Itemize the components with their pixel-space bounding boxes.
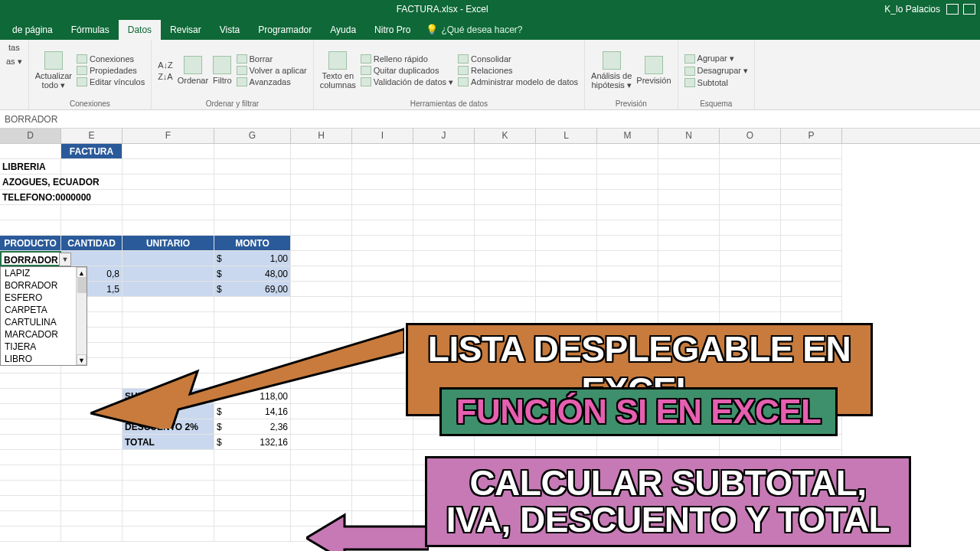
text-to-columns-button[interactable]: Texto en columnas bbox=[320, 51, 356, 90]
bulb-icon: 💡 bbox=[426, 24, 438, 35]
subtotal-icon bbox=[684, 78, 695, 87]
tab-formulas[interactable]: Fórmulas bbox=[62, 20, 119, 40]
group-label-datatools: Herramientas de datos bbox=[320, 98, 578, 108]
td-monto-1[interactable]: $48,00 bbox=[214, 266, 291, 282]
tell-me-search[interactable]: 💡¿Qué desea hacer? bbox=[420, 19, 528, 40]
sort-za-button[interactable]: Z↓A bbox=[158, 72, 173, 81]
col-header-j[interactable]: J bbox=[413, 129, 475, 143]
selected-cell[interactable]: BORRADOR bbox=[0, 251, 61, 266]
edit-links-button[interactable]: Editar vínculos bbox=[77, 77, 145, 86]
total-label: TOTAL bbox=[122, 435, 214, 450]
subtotal-button[interactable]: Subtotal bbox=[684, 78, 749, 87]
col-header-o[interactable]: O bbox=[720, 129, 781, 143]
td-unit-1[interactable] bbox=[122, 266, 214, 282]
total-value: $132,16 bbox=[214, 435, 291, 450]
dd-item-marcador[interactable]: MARCADOR bbox=[1, 328, 87, 341]
filter-button[interactable]: Filtro bbox=[213, 56, 231, 85]
scroll-up-icon[interactable]: ▲ bbox=[77, 267, 87, 278]
group-icon bbox=[684, 54, 695, 64]
col-header-n[interactable]: N bbox=[658, 129, 720, 143]
btn-tas[interactable]: tas bbox=[8, 43, 20, 52]
td-monto-0[interactable]: $1,00 bbox=[214, 251, 291, 266]
consolidate-icon bbox=[458, 54, 469, 64]
reapply-button[interactable]: Volver a aplicar bbox=[237, 66, 307, 75]
funnel-icon bbox=[213, 56, 231, 74]
factura-badge: FACTURA bbox=[61, 144, 122, 159]
whatif-button[interactable]: Análisis de hipótesis ▾ bbox=[591, 51, 632, 90]
company-phone: TELEFONO:0000000 bbox=[0, 190, 61, 205]
group-button[interactable]: Agrupar ▾ bbox=[684, 54, 749, 64]
ungroup-button[interactable]: Desagrupar ▾ bbox=[684, 66, 749, 76]
col-header-l[interactable]: L bbox=[536, 129, 597, 143]
data-model-button[interactable]: Administrar modelo de datos bbox=[458, 77, 578, 86]
td-unit-0[interactable] bbox=[122, 251, 214, 266]
th-unitario: UNITARIO bbox=[122, 236, 214, 251]
consolidate-button[interactable]: Consolidar bbox=[458, 54, 578, 64]
arrow-orange-icon bbox=[90, 321, 404, 429]
maximize-button[interactable] bbox=[963, 4, 975, 15]
tab-nitropro[interactable]: Nitro Pro bbox=[365, 20, 420, 40]
td-unit-2[interactable] bbox=[122, 282, 214, 297]
refresh-all-button[interactable]: Actualizar todo ▾ bbox=[35, 51, 72, 90]
sort-icon bbox=[184, 56, 202, 74]
forecast-button[interactable]: Previsión bbox=[636, 56, 671, 85]
td-monto-2[interactable]: $69,00 bbox=[214, 282, 291, 297]
th-cantidad: CANTIDAD bbox=[61, 236, 122, 251]
tab-pagelayout[interactable]: de página bbox=[3, 20, 62, 40]
tab-view[interactable]: Vista bbox=[211, 20, 249, 40]
flash-fill-button[interactable]: Relleno rápido bbox=[361, 54, 453, 64]
dd-item-cartulina[interactable]: CARTULINA bbox=[1, 316, 87, 328]
dd-item-lapiz[interactable]: LAPIZ bbox=[1, 267, 87, 279]
col-header-e[interactable]: E bbox=[61, 129, 122, 143]
scroll-thumb[interactable] bbox=[77, 278, 87, 293]
sort-button[interactable]: Ordenar bbox=[178, 56, 208, 85]
formula-bar[interactable]: BORRADOR bbox=[0, 110, 980, 129]
col-header-i[interactable]: I bbox=[352, 129, 413, 143]
th-producto: PRODUCTO bbox=[0, 236, 61, 251]
dd-item-borrador[interactable]: BORRADOR bbox=[1, 279, 87, 292]
scroll-down-icon[interactable]: ▼ bbox=[77, 354, 87, 365]
advanced-button[interactable]: Avanzadas bbox=[237, 77, 307, 86]
remove-duplicates-button[interactable]: Quitar duplicados bbox=[361, 66, 453, 75]
group-label-outline: Esquema bbox=[684, 98, 749, 108]
callout-calcular: CALCULAR SUBTOTAL, IVA, DESCUENTO Y TOTA… bbox=[425, 456, 911, 547]
properties-button[interactable]: Propiedades bbox=[77, 66, 145, 75]
worksheet[interactable]: FACTURA LIBRERIA AZOGUES, ECUADOR TELEFO… bbox=[0, 144, 980, 551]
relations-button[interactable]: Relaciones bbox=[458, 66, 578, 75]
ungroup-icon bbox=[684, 67, 695, 76]
dd-item-tijera[interactable]: TIJERA bbox=[1, 341, 87, 353]
col-header-m[interactable]: M bbox=[597, 129, 658, 143]
btn-as[interactable]: as ▾ bbox=[6, 57, 22, 67]
minimize-button[interactable] bbox=[946, 4, 959, 15]
dd-item-esfero[interactable]: ESFERO bbox=[1, 292, 87, 304]
connections-button[interactable]: Conexiones bbox=[77, 54, 145, 64]
col-header-d[interactable]: D bbox=[0, 129, 61, 143]
tab-help[interactable]: Ayuda bbox=[321, 20, 365, 40]
group-label-sortfilter: Ordenar y filtrar bbox=[158, 98, 307, 108]
validation-icon bbox=[361, 77, 371, 86]
text-columns-icon bbox=[328, 51, 347, 70]
callout-funcion-si: FUNCIÓN SI EN EXCEL bbox=[439, 387, 838, 436]
data-validation-button[interactable]: Validación de datos ▾ bbox=[361, 77, 453, 87]
col-header-h[interactable]: H bbox=[291, 129, 352, 143]
company-name: LIBRERIA bbox=[0, 159, 61, 174]
tab-data[interactable]: Datos bbox=[119, 20, 161, 40]
ribbon-tabs: de página Fórmulas Datos Revisar Vista P… bbox=[0, 18, 980, 40]
tab-developer[interactable]: Programador bbox=[249, 20, 321, 40]
th-monto: MONTO bbox=[214, 236, 291, 251]
col-header-f[interactable]: F bbox=[122, 129, 214, 143]
sort-az-button[interactable]: A↓Z bbox=[158, 60, 173, 70]
col-header-k[interactable]: K bbox=[475, 129, 536, 143]
relations-icon bbox=[458, 66, 469, 75]
dd-item-carpeta[interactable]: CARPETA bbox=[1, 304, 87, 316]
dd-item-libro[interactable]: LIBRO bbox=[1, 353, 87, 365]
ribbon: tas as ▾ Actualizar todo ▾ Conexiones Pr… bbox=[0, 40, 980, 110]
dropdown-toggle[interactable]: ▼ bbox=[59, 253, 71, 266]
clear-filter-button[interactable]: Borrar bbox=[237, 54, 307, 64]
tab-review[interactable]: Revisar bbox=[161, 20, 211, 40]
col-header-p[interactable]: P bbox=[781, 129, 842, 143]
dropdown-scrollbar[interactable]: ▲ ▼ bbox=[76, 267, 87, 365]
group-label-forecast: Previsión bbox=[591, 98, 671, 108]
flash-fill-icon bbox=[361, 54, 371, 64]
col-header-g[interactable]: G bbox=[214, 129, 291, 143]
